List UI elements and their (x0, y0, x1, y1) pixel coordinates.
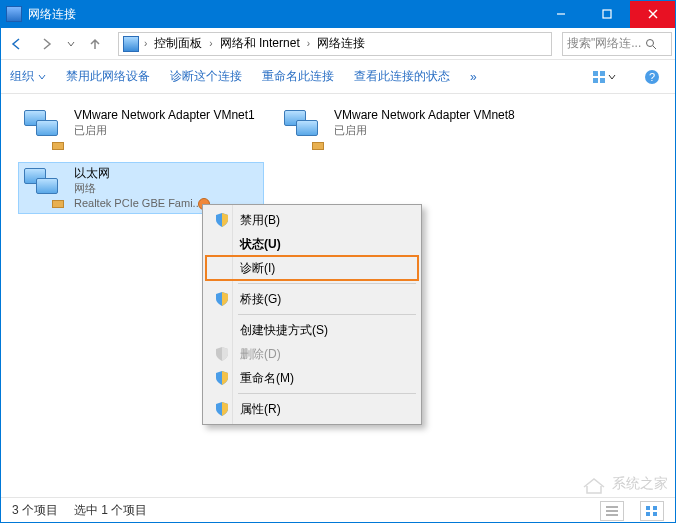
minimize-button[interactable] (538, 0, 584, 28)
network-adapter-item[interactable]: VMware Network Adapter VMnet1 已启用 (18, 104, 264, 156)
search-input[interactable]: 搜索"网络连... (562, 32, 672, 56)
svg-rect-6 (593, 71, 598, 76)
shield-icon (214, 291, 230, 307)
location-icon (123, 36, 139, 52)
item-status: 已启用 (334, 123, 515, 138)
chevron-down-icon (38, 73, 46, 81)
nav-bar: › 控制面板 › 网络和 Internet › 网络连接 搜索"网络连... (0, 28, 676, 60)
view-options-button[interactable] (590, 64, 618, 90)
history-dropdown[interactable] (64, 39, 78, 49)
search-icon (645, 38, 657, 50)
svg-rect-18 (653, 512, 657, 516)
maximize-button[interactable] (584, 0, 630, 28)
network-adapter-icon (22, 166, 66, 208)
svg-text:?: ? (649, 71, 655, 83)
ctx-rename[interactable]: 重命名(M) (206, 366, 418, 390)
breadcrumb[interactable]: › 控制面板 › 网络和 Internet › 网络连接 (118, 32, 552, 56)
search-placeholder: 搜索"网络连... (567, 35, 641, 52)
watermark: 系统之家 (580, 473, 668, 495)
shield-icon (214, 401, 230, 417)
chevron-right-icon: › (206, 38, 215, 49)
svg-rect-7 (600, 71, 605, 76)
ctx-delete: 删除(D) (206, 342, 418, 366)
ctx-status[interactable]: 状态(U) (206, 232, 418, 256)
forward-button[interactable] (34, 31, 60, 57)
context-menu: 禁用(B) 状态(U) 诊断(I) 桥接(G) 创建快捷方式(S) 删除(D) … (202, 204, 422, 425)
menu-separator (238, 314, 416, 315)
app-icon (6, 6, 22, 22)
svg-rect-8 (593, 78, 598, 83)
breadcrumb-item[interactable]: 网络连接 (315, 35, 367, 52)
close-button[interactable] (630, 0, 676, 28)
ctx-disable[interactable]: 禁用(B) (206, 208, 418, 232)
item-network: 网络 (74, 181, 202, 196)
network-adapter-item[interactable]: VMware Network Adapter VMnet8 已启用 (278, 104, 524, 156)
ctx-diagnose[interactable]: 诊断(I) (206, 256, 418, 280)
selected-count: 选中 1 个项目 (74, 502, 147, 519)
up-button[interactable] (82, 31, 108, 57)
svg-rect-16 (653, 506, 657, 510)
svg-rect-17 (646, 512, 650, 516)
ctx-properties[interactable]: 属性(R) (206, 397, 418, 421)
rename-button[interactable]: 重命名此连接 (262, 68, 334, 85)
svg-rect-15 (646, 506, 650, 510)
icons-view-button[interactable] (640, 501, 664, 521)
back-button[interactable] (4, 31, 30, 57)
disable-device-button[interactable]: 禁用此网络设备 (66, 68, 150, 85)
breadcrumb-item[interactable]: 控制面板 (152, 35, 204, 52)
menu-separator (238, 393, 416, 394)
window-title: 网络连接 (28, 6, 538, 23)
shield-icon (214, 346, 230, 362)
item-count: 3 个项目 (12, 502, 58, 519)
ctx-bridge[interactable]: 桥接(G) (206, 287, 418, 311)
statusbar: 3 个项目 选中 1 个项目 (0, 497, 676, 523)
more-chevron[interactable]: » (470, 70, 477, 84)
item-name: VMware Network Adapter VMnet1 (74, 108, 255, 123)
network-adapter-icon (22, 108, 66, 150)
shield-icon (214, 212, 230, 228)
organize-menu[interactable]: 组织 (10, 68, 46, 85)
details-view-button[interactable] (600, 501, 624, 521)
item-name: 以太网 (74, 166, 202, 181)
chevron-right-icon: › (304, 38, 313, 49)
network-adapter-icon (282, 108, 326, 150)
help-button[interactable]: ? (638, 64, 666, 90)
item-name: VMware Network Adapter VMnet8 (334, 108, 515, 123)
view-status-button[interactable]: 查看此连接的状态 (354, 68, 450, 85)
svg-rect-1 (603, 10, 611, 18)
menu-separator (238, 283, 416, 284)
breadcrumb-item[interactable]: 网络和 Internet (218, 35, 302, 52)
svg-point-4 (647, 39, 654, 46)
toolbar: 组织 禁用此网络设备 诊断这个连接 重命名此连接 查看此连接的状态 » ? (0, 60, 676, 94)
item-device: Realtek PCIe GBE Fami... (74, 196, 202, 211)
item-status: 已启用 (74, 123, 255, 138)
titlebar: 网络连接 (0, 0, 676, 28)
chevron-right-icon: › (141, 38, 150, 49)
ctx-shortcut[interactable]: 创建快捷方式(S) (206, 318, 418, 342)
svg-line-5 (653, 46, 656, 49)
diagnose-button[interactable]: 诊断这个连接 (170, 68, 242, 85)
shield-icon (214, 370, 230, 386)
svg-rect-9 (600, 78, 605, 83)
